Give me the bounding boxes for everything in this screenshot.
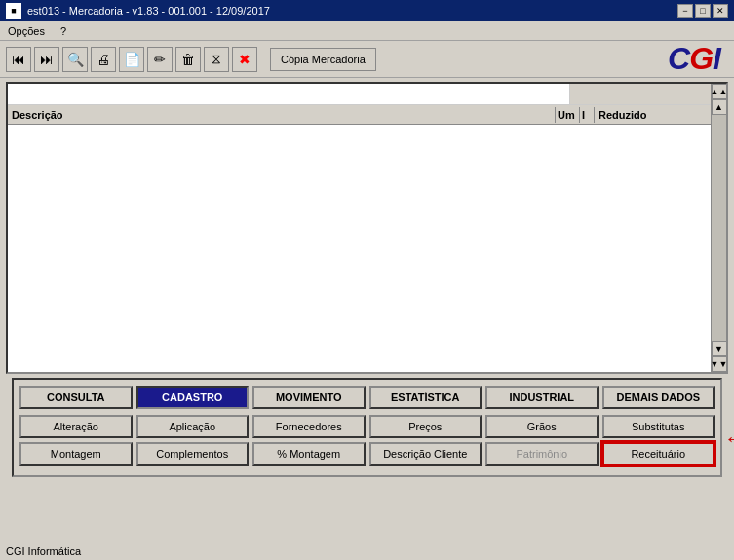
bottom-section: CONSULTA CADASTRO MOVIMENTO ESTATÍSTICA …: [12, 378, 722, 477]
search-button[interactable]: 🔍: [62, 47, 88, 72]
minimize-button[interactable]: −: [677, 4, 693, 18]
cancel-button[interactable]: ✖: [232, 47, 257, 72]
btn-receituario[interactable]: Receituário: [602, 442, 715, 466]
btn-aplicacao[interactable]: Aplicação: [136, 415, 250, 438]
filter-button[interactable]: ⧖: [204, 47, 229, 72]
col-reduzido: Reduzido: [594, 107, 711, 123]
tab-movimento[interactable]: MOVIMENTO: [252, 386, 366, 409]
first-button[interactable]: ⏮: [6, 47, 31, 72]
col-descricao: Descrição: [8, 107, 555, 123]
print-button[interactable]: 🖨: [91, 47, 116, 72]
col-um: Um: [555, 107, 579, 123]
scroll-bottom-bottom[interactable]: ▼▼: [712, 356, 727, 372]
maximize-button[interactable]: □: [695, 4, 711, 18]
btn-substitutas[interactable]: Substitutas: [602, 415, 715, 438]
arrow-indicator: ←: [724, 429, 734, 450]
app-icon: ■: [6, 3, 21, 19]
tab-cadastro[interactable]: CADASTRO: [136, 386, 250, 409]
search-right-panel: [570, 84, 726, 104]
btn-patrimonio: Patrimônio: [485, 442, 599, 466]
tab-consulta[interactable]: CONSULTA: [19, 386, 133, 409]
window-controls: − □ ✕: [677, 4, 728, 18]
data-table: Descrição Um I Reduzido ▲▲ ▲ ▼ ▼▼: [6, 82, 728, 374]
btn-fornecedores[interactable]: Fornecedores: [252, 415, 366, 438]
toolbar: ⏮ ⏭ 🔍 🖨 📄 ✏ 🗑 ⧖ ✖ Cópia Mercadoria CGI: [0, 41, 734, 78]
col-i: I: [579, 107, 594, 123]
search-row: [8, 84, 726, 105]
scroll-track[interactable]: [712, 115, 727, 341]
scroll-up[interactable]: ▲: [712, 99, 727, 115]
btn-graos[interactable]: Grãos: [485, 415, 599, 438]
cgi-logo: CGI: [668, 41, 728, 77]
vertical-scrollbar[interactable]: ▲▲ ▲ ▼ ▼▼: [711, 84, 726, 372]
menu-opcoes[interactable]: Opções: [4, 24, 49, 38]
btn-complementos[interactable]: Complementos: [136, 442, 250, 466]
tab-row: CONSULTA CADASTRO MOVIMENTO ESTATÍSTICA …: [19, 386, 715, 409]
action-row-1: Alteração Aplicação Fornecedores Preços …: [19, 415, 715, 438]
new-button[interactable]: 📄: [119, 47, 144, 72]
status-text: CGI Informática: [6, 545, 81, 557]
table-search-input[interactable]: [8, 84, 570, 104]
edit-button[interactable]: ✏: [147, 47, 173, 72]
btn-descricao-cliente[interactable]: Descrição Cliente: [369, 442, 483, 466]
bottom-section-wrapper: CONSULTA CADASTRO MOVIMENTO ESTATÍSTICA …: [6, 378, 728, 477]
table-body: [8, 125, 726, 372]
close-button[interactable]: ✕: [713, 4, 728, 18]
btn-precos[interactable]: Preços: [369, 415, 483, 438]
menu-bar: Opções ?: [0, 21, 734, 41]
copy-mercadoria-button[interactable]: Cópia Mercadoria: [270, 48, 376, 71]
scroll-down[interactable]: ▼: [712, 341, 727, 356]
scroll-top-top[interactable]: ▲▲: [712, 84, 727, 99]
delete-button[interactable]: 🗑: [175, 47, 201, 72]
table-header: Descrição Um I Reduzido: [8, 105, 726, 125]
status-bar: CGI Informática: [0, 541, 734, 560]
tab-estatistica[interactable]: ESTATÍSTICA: [369, 386, 483, 409]
last-button[interactable]: ⏭: [34, 47, 59, 72]
title-bar: ■ est013 - Mercadoria - v1.83 - 001.001 …: [0, 0, 734, 21]
action-row-2: Montagem Complementos % Montagem Descriç…: [19, 442, 715, 466]
btn-pct-montagem[interactable]: % Montagem: [252, 442, 366, 466]
tab-industrial[interactable]: INDUSTRIAL: [485, 386, 599, 409]
menu-help[interactable]: ?: [57, 24, 70, 38]
btn-alteracao[interactable]: Alteração: [19, 415, 133, 438]
window-title: est013 - Mercadoria - v1.83 - 001.001 - …: [27, 5, 270, 17]
tab-demais-dados[interactable]: DEMAIS DADOS: [602, 386, 715, 409]
btn-montagem[interactable]: Montagem: [19, 442, 133, 466]
